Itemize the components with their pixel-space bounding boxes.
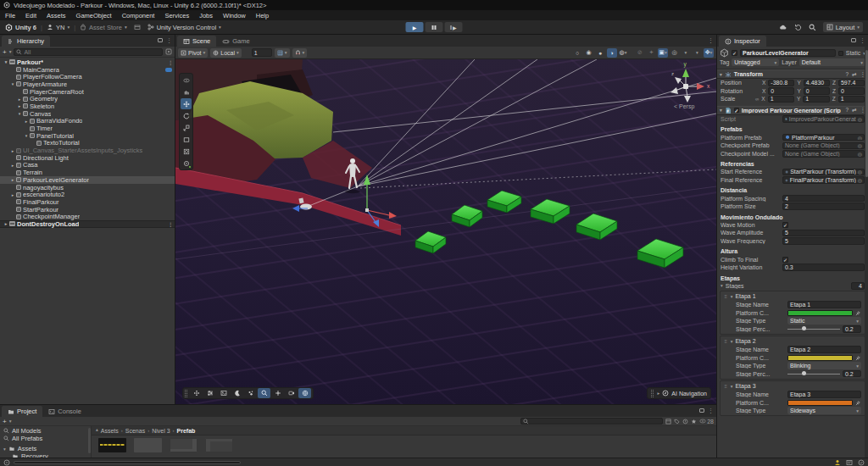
active-checkbox[interactable]: ✓: [732, 50, 737, 56]
version-control-dropdown[interactable]: Unity Version Control▾: [147, 24, 221, 31]
search-by-type-icon[interactable]: [665, 419, 671, 424]
drag-handle-icon[interactable]: ⠿: [724, 294, 728, 299]
custom-tool-button[interactable]: [181, 158, 192, 169]
hand-tool-button[interactable]: [181, 86, 192, 97]
static-checkbox[interactable]: [838, 51, 843, 56]
breadcrumb-nivel3[interactable]: Nivel 3: [152, 428, 170, 434]
breadcrumb-prefab[interactable]: Prefab: [177, 428, 196, 434]
overlay-drag-handle[interactable]: [651, 390, 654, 397]
script-component-header[interactable]: ▾ # ✓ Improved Parkour Generator (Scrip …: [717, 106, 868, 115]
project-add-button[interactable]: +: [3, 418, 7, 425]
asset-thumbnail[interactable]: [205, 438, 233, 452]
hierarchy-item[interactable]: ▸Geometry: [0, 95, 175, 103]
platform-spacing-field[interactable]: 4: [782, 195, 865, 202]
asset-store-dropdown[interactable]: Asset Store▾: [80, 24, 127, 31]
collab-user-icon[interactable]: [834, 459, 841, 466]
checkpoint-prefab-field[interactable]: None (Game Object)◎: [782, 142, 865, 150]
stage-type-dropdown[interactable]: Sideways▾: [787, 407, 861, 414]
view-tool-button[interactable]: [181, 75, 192, 86]
platform-prefab-field[interactable]: PlatformParkour◎: [782, 134, 865, 141]
stage-type-dropdown[interactable]: Static▾: [787, 317, 861, 325]
drag-handle-icon[interactable]: ⠿: [724, 339, 728, 344]
scene-menu-icon[interactable]: ⋮: [168, 221, 173, 227]
asset-thumbnail[interactable]: [170, 438, 198, 452]
final-reference-field[interactable]: FinalParkour (Transform)◎: [782, 176, 865, 184]
menu-services[interactable]: Services: [159, 12, 194, 19]
inspector-menu-icon[interactable]: ⋮: [860, 37, 865, 44]
package-manager-button[interactable]: [134, 24, 141, 31]
component-enabled-checkbox[interactable]: ✓: [734, 108, 739, 113]
component-dropdown-icon[interactable]: ▾: [681, 48, 691, 58]
menu-component[interactable]: Component: [117, 12, 160, 19]
hierarchy-item-dontdestroyonload[interactable]: ▸DontDestroyOnLoad⋮: [0, 220, 175, 228]
tab-game[interactable]: Game: [216, 36, 255, 47]
layout-dropdown[interactable]: Layout▾: [823, 22, 863, 32]
project-scrollbar[interactable]: [88, 428, 91, 453]
hierarchy-item[interactable]: ▾Canvas: [0, 110, 175, 118]
hierarchy-item[interactable]: TextoTutorial: [0, 140, 175, 147]
tab-hierarchy[interactable]: Hierarchy: [2, 36, 50, 47]
wave-frequency-field[interactable]: 5: [782, 237, 865, 245]
climb-to-final-checkbox[interactable]: ✓: [782, 257, 788, 263]
hierarchy-item[interactable]: ▾PlayerArmature: [0, 80, 175, 88]
overlay-particles-icon[interactable]: [244, 388, 257, 398]
drag-handle-icon[interactable]: ⠿: [724, 384, 728, 389]
persp-label[interactable]: < Persp: [674, 103, 694, 110]
hierarchy-item[interactable]: ▸Casa: [0, 162, 175, 169]
hierarchy-menu-icon[interactable]: ⋮: [166, 37, 172, 44]
overlay-drag-handle[interactable]: [185, 390, 187, 397]
hierarchy-item[interactable]: StartParkour: [0, 206, 175, 214]
overlay-dropdown-icon[interactable]: ▾: [693, 48, 703, 58]
stages-count-field[interactable]: 4: [851, 282, 865, 290]
stage-type-dropdown[interactable]: Blinking▾: [787, 362, 861, 369]
etapa1-foldout[interactable]: ⠿▾Etapa 1: [721, 292, 865, 301]
menu-assets[interactable]: Assets: [42, 12, 71, 19]
scale-y-field[interactable]: 1: [803, 96, 829, 103]
stage-color-swatch[interactable]: [787, 355, 853, 361]
scroll-up-icon[interactable]: ▾: [96, 428, 98, 433]
hierarchy-item[interactable]: PlayerFollowCamera: [0, 73, 175, 80]
stage-color-swatch[interactable]: [787, 310, 853, 316]
unity-version-button[interactable]: Unity 6: [5, 24, 36, 31]
hierarchy-item-disabled[interactable]: ▸UI_Canvas_StarterAssetsInputs_Joysticks: [0, 147, 175, 154]
audio-toggle-icon[interactable]: ◍▾: [618, 48, 628, 58]
collapse-icon[interactable]: ▸: [658, 391, 660, 396]
asset-thumbnail[interactable]: [134, 438, 162, 452]
hierarchy-item[interactable]: ▸Skeleton: [0, 103, 175, 110]
gameobject-name-field[interactable]: ParkourLevelGenerator: [740, 49, 836, 57]
hierarchy-add-button[interactable]: +: [3, 48, 7, 56]
eyedropper-icon[interactable]: [855, 310, 861, 316]
overlay-sliders-icon[interactable]: [203, 388, 216, 398]
overlay-image-icon[interactable]: [217, 388, 230, 398]
etapa2-foldout[interactable]: ⠿▾Etapa 2: [721, 337, 865, 346]
hierarchy-item[interactable]: ▾PanelTutorial: [0, 132, 175, 140]
overlay-globe-icon[interactable]: [298, 388, 311, 398]
favorites-star-icon[interactable]: [691, 419, 697, 424]
inspector-lock-icon[interactable]: [851, 38, 856, 42]
wave-motion-checkbox[interactable]: ✓: [782, 222, 788, 228]
eyedropper-icon[interactable]: [855, 355, 861, 361]
menu-help[interactable]: Help: [251, 12, 274, 19]
position-x-field[interactable]: -380.8: [768, 80, 794, 87]
camera-overlay-icon[interactable]: [165, 68, 172, 72]
position-y-field[interactable]: 4.4830: [804, 80, 830, 87]
rect-tool-button[interactable]: [181, 134, 192, 145]
transform-component-header[interactable]: ▾ Transform ?⇄⋮: [717, 69, 868, 79]
breadcrumb-assets[interactable]: Assets: [101, 428, 119, 434]
scene-menu-icon[interactable]: ⋮: [708, 37, 714, 44]
hierarchy-item[interactable]: nagoyacitybus: [0, 184, 175, 191]
grid-size-field[interactable]: 1: [252, 48, 272, 57]
project-menu-icon[interactable]: ⋮: [708, 408, 714, 414]
gizmos-dropdown-icon[interactable]: ✥▾: [704, 48, 714, 58]
rotation-z-field[interactable]: 0: [838, 87, 865, 95]
scale-tool-button[interactable]: [181, 122, 192, 133]
ai-navigation-overlay[interactable]: ▸ AI Navigation: [647, 387, 711, 399]
stage-name-field[interactable]: Etapa 1: [787, 301, 861, 308]
stage-percent-field[interactable]: 0.2: [843, 370, 861, 378]
layer-dropdown[interactable]: Default▾: [799, 58, 865, 66]
search-by-label-icon[interactable]: [674, 419, 680, 424]
search-icon[interactable]: [809, 24, 816, 31]
fx-toggle-icon[interactable]: ✦: [647, 48, 657, 58]
help-icon[interactable]: ?: [845, 71, 849, 78]
saved-search-all-models[interactable]: All Models: [0, 427, 91, 435]
